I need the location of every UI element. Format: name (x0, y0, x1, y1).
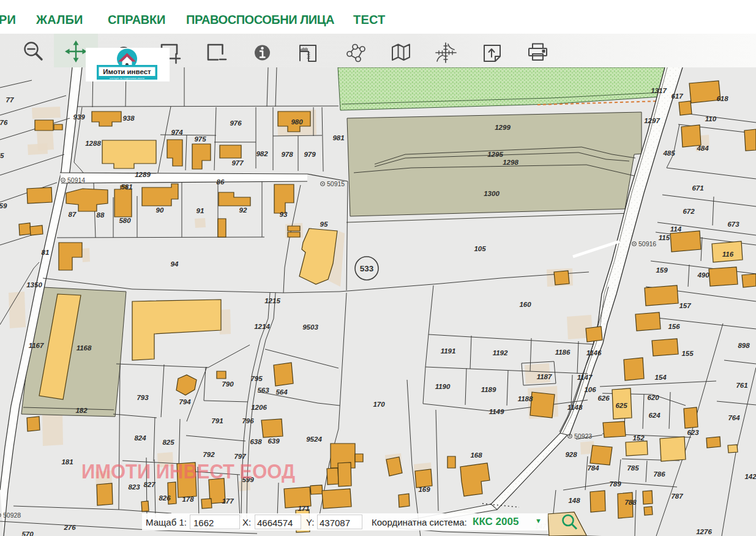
svg-text:638: 638 (250, 438, 262, 445)
svg-text:570: 570 (21, 530, 34, 536)
svg-text:75: 75 (0, 152, 4, 159)
svg-text:93: 93 (280, 211, 288, 218)
svg-text:976: 976 (230, 119, 242, 127)
svg-text:142: 142 (744, 473, 756, 480)
svg-text:826: 826 (159, 494, 171, 502)
svg-text:157: 157 (679, 302, 691, 309)
svg-text:1167: 1167 (29, 342, 44, 349)
svg-text:106: 106 (584, 386, 596, 393)
svg-text:978: 978 (281, 151, 293, 158)
svg-text:979: 979 (304, 151, 316, 158)
svg-text:490: 490 (697, 271, 709, 279)
svg-text:639: 639 (268, 437, 280, 445)
svg-text:90: 90 (156, 206, 164, 214)
svg-text:50915: 50915 (327, 180, 345, 187)
svg-text:1187: 1187 (537, 373, 552, 380)
svg-text:159: 159 (656, 266, 668, 274)
svg-text:928: 928 (565, 451, 577, 458)
svg-text:977: 977 (231, 159, 244, 167)
svg-text:77: 77 (6, 96, 14, 104)
svg-text:114: 114 (670, 225, 682, 233)
svg-text:563: 563 (257, 387, 269, 394)
svg-text:ИМОТИ ИНВЕСТ ЕООД: ИМОТИ ИНВЕСТ ЕООД (81, 459, 295, 483)
svg-text:152: 152 (632, 434, 645, 442)
svg-text:938: 938 (122, 115, 135, 122)
svg-text:1149: 1149 (489, 408, 504, 415)
svg-text:581: 581 (121, 183, 132, 191)
svg-text:1214: 1214 (254, 323, 270, 330)
svg-text:624: 624 (648, 412, 661, 419)
svg-text:620: 620 (647, 394, 659, 401)
svg-text:1147: 1147 (577, 374, 593, 381)
svg-text:785: 785 (627, 464, 639, 472)
svg-text:1192: 1192 (493, 349, 508, 357)
svg-text:673: 673 (727, 221, 739, 228)
svg-text:1295: 1295 (487, 151, 503, 158)
svg-text:580: 580 (119, 217, 131, 224)
svg-text:625: 625 (615, 402, 627, 409)
svg-text:94: 94 (171, 260, 179, 268)
svg-text:1289: 1289 (135, 171, 151, 178)
svg-text:88: 88 (97, 211, 105, 219)
svg-text:92: 92 (239, 206, 247, 214)
svg-text:794: 794 (179, 398, 191, 406)
svg-text:1148: 1148 (567, 404, 583, 411)
svg-text:982: 982 (256, 150, 268, 157)
svg-text:564: 564 (275, 388, 288, 396)
svg-text:170: 170 (373, 401, 385, 408)
svg-text:795: 795 (250, 375, 263, 382)
svg-text:761: 761 (736, 382, 747, 389)
svg-text:533: 533 (360, 264, 374, 273)
svg-text:618: 618 (716, 95, 728, 102)
svg-text:787: 787 (671, 493, 683, 500)
svg-text:1350: 1350 (26, 281, 42, 289)
svg-text:148: 148 (568, 497, 580, 504)
svg-text:671: 671 (692, 184, 703, 192)
svg-text:1190: 1190 (435, 383, 451, 390)
svg-text:939: 939 (73, 113, 85, 121)
svg-text:1300: 1300 (484, 190, 500, 197)
svg-text:178: 178 (182, 496, 194, 503)
svg-text:168: 168 (470, 451, 482, 459)
svg-text:485: 485 (662, 149, 675, 157)
svg-text:1186: 1186 (555, 349, 571, 356)
svg-text:9524: 9524 (306, 436, 322, 443)
svg-text:1317: 1317 (651, 87, 667, 94)
svg-text:484: 484 (696, 145, 709, 152)
svg-text:790: 790 (222, 380, 234, 388)
svg-text:786: 786 (653, 470, 665, 478)
svg-text:1297: 1297 (644, 117, 660, 124)
svg-text:110: 110 (705, 115, 717, 123)
svg-text:9503: 9503 (302, 323, 318, 331)
svg-text:115: 115 (659, 234, 670, 241)
svg-text:91: 91 (196, 207, 204, 214)
svg-text:105: 105 (474, 245, 486, 252)
svg-text:788: 788 (624, 499, 637, 506)
svg-text:50928: 50928 (3, 511, 21, 519)
svg-text:617: 617 (671, 92, 683, 100)
svg-text:980: 980 (291, 118, 303, 126)
svg-text:626: 626 (597, 394, 610, 402)
svg-text:87: 87 (69, 211, 77, 218)
svg-text:116: 116 (722, 251, 734, 258)
svg-text:974: 974 (171, 129, 183, 136)
svg-text:672: 672 (683, 208, 695, 215)
svg-text:76: 76 (0, 119, 8, 126)
svg-text:823: 823 (128, 483, 140, 491)
svg-text:Имоти инвест: Имоти инвест (103, 68, 151, 75)
svg-text:276: 276 (63, 524, 76, 531)
svg-text:789: 789 (609, 480, 621, 488)
svg-text:981: 981 (332, 134, 344, 142)
svg-text:59: 59 (0, 202, 7, 209)
svg-text:796: 796 (242, 417, 254, 425)
svg-text:160: 160 (519, 301, 531, 308)
svg-text:1288: 1288 (85, 140, 101, 147)
svg-text:169: 169 (418, 486, 430, 493)
svg-text:177: 177 (222, 497, 234, 505)
svg-text:791: 791 (211, 417, 223, 425)
svg-text:975: 975 (194, 135, 206, 143)
svg-text:1299: 1299 (495, 124, 511, 131)
svg-text:792: 792 (203, 451, 215, 458)
svg-text:155: 155 (681, 350, 694, 357)
svg-text:95: 95 (320, 221, 328, 228)
